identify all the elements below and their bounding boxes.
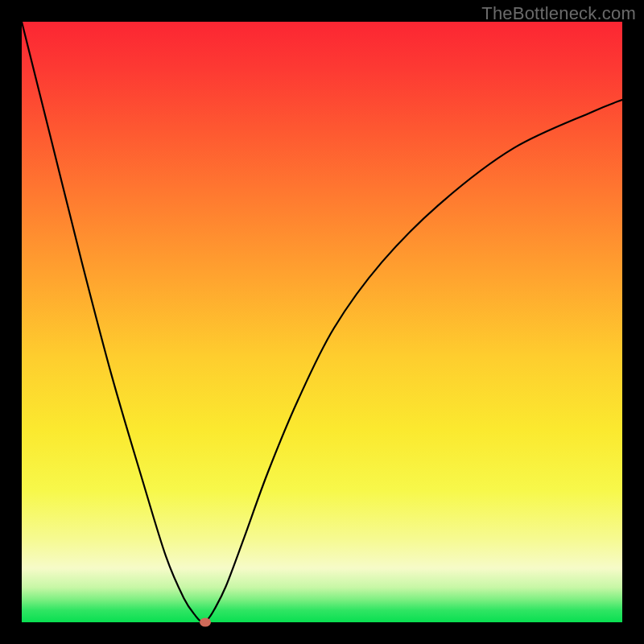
chart-frame: TheBottleneck.com bbox=[0, 0, 644, 644]
plot-area bbox=[22, 22, 622, 622]
optimal-marker-dot bbox=[200, 618, 211, 627]
bottleneck-curve bbox=[22, 22, 622, 622]
watermark-text: TheBottleneck.com bbox=[481, 3, 636, 24]
